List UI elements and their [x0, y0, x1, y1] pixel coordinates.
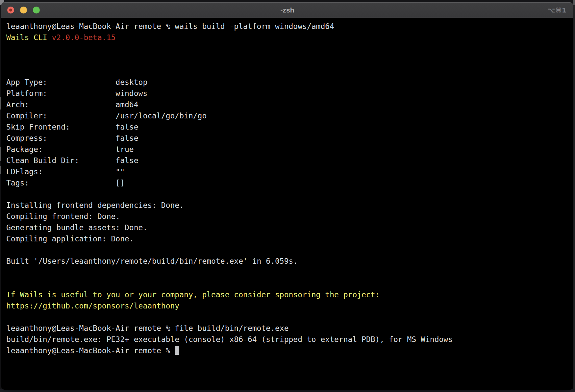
background-edge-mark: [0, 97, 1, 110]
terminal-line: Clean Build Dir: false: [6, 155, 573, 166]
window-titlebar[interactable]: -zsh ⌥⌘1: [1, 2, 573, 18]
background-bottom-strip: [0, 389, 575, 392]
keyboard-shortcut-badge: ⌥⌘1: [547, 2, 567, 18]
terminal-line: [6, 43, 573, 54]
window-title: -zsh: [1, 6, 573, 14]
terminal-line: App Type: desktop: [6, 77, 573, 88]
unsaved-dot-icon: [9, 9, 12, 12]
terminal-line: Platform: windows: [6, 88, 573, 99]
terminal-line: Compiler: /usr/local/go/bin/go: [6, 110, 573, 121]
terminal-line: [6, 267, 573, 278]
terminal-line: Skip Frontend: false: [6, 121, 573, 133]
terminal-line: Installing frontend dependencies: Done.: [6, 200, 573, 211]
terminal-line: [6, 278, 573, 289]
terminal-line: leaanthony@Leas-MacBook-Air remote % wai…: [6, 21, 573, 32]
terminal-line: Compiling application: Done.: [6, 233, 573, 244]
terminal-content[interactable]: leaanthony@Leas-MacBook-Air remote % wai…: [1, 18, 573, 390]
text-cursor: [175, 346, 179, 355]
terminal-line: Compiling frontend: Done.: [6, 211, 573, 222]
background-right-strip-highlight: [573, 0, 575, 5]
traffic-light-buttons: [1, 7, 40, 13]
zoom-button[interactable]: [33, 7, 40, 13]
terminal-line: If Wails is useful to you or your compan…: [6, 289, 573, 300]
terminal-line: Tags: []: [6, 177, 573, 188]
terminal-line: [6, 65, 573, 77]
terminal-line: Generating bundle assets: Done.: [6, 222, 573, 233]
terminal-line: leaanthony@Leas-MacBook-Air remote %: [6, 345, 573, 356]
minimize-button[interactable]: [20, 7, 27, 13]
terminal-line: Built '/Users/leaanthony/remote/build/bi…: [6, 256, 573, 267]
terminal-line: [6, 188, 573, 200]
terminal-line: Package: true: [6, 144, 573, 155]
terminal-line: LDFlags: "": [6, 166, 573, 177]
terminal-line: Arch: amd64: [6, 99, 573, 110]
terminal-line: Wails CLI v2.0.0-beta.15: [6, 32, 573, 43]
terminal-line: [6, 244, 573, 256]
terminal-line: leaanthony@Leas-MacBook-Air remote % fil…: [6, 323, 573, 334]
terminal-line: [6, 311, 573, 323]
background-edge-mark: [0, 147, 1, 161]
terminal-line: build/bin/remote.exe: PE32+ executable (…: [6, 334, 573, 345]
terminal-line: https://github.com/sponsors/leaanthony: [6, 300, 573, 311]
terminal-window: -zsh ⌥⌘1 leaanthony@Leas-MacBook-Air rem…: [1, 2, 573, 390]
terminal-line: Compress: false: [6, 133, 573, 144]
terminal-line: [6, 54, 573, 65]
background-edge-mark: [0, 166, 1, 174]
close-button[interactable]: [7, 7, 14, 13]
